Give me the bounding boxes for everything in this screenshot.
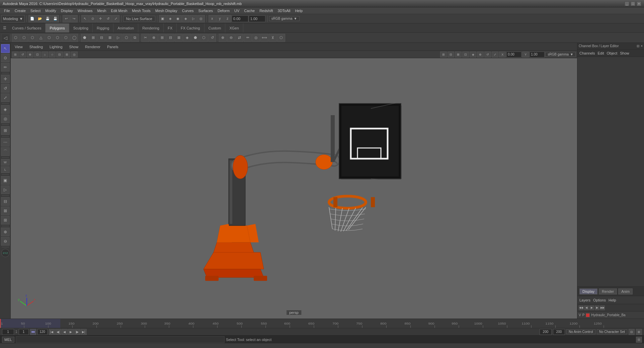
vp-icon4[interactable]: ⊡ bbox=[462, 52, 469, 58]
no-anim-control[interactable]: No Anim Control bbox=[566, 329, 595, 334]
menu-surfaces[interactable]: Surfaces bbox=[196, 8, 215, 13]
viewport-canvas[interactable]: persp x y z bbox=[11, 58, 577, 319]
edit-tab[interactable]: Edit bbox=[597, 51, 604, 55]
rp-float-button[interactable]: ⊟ bbox=[637, 44, 639, 48]
mel-label[interactable]: MEL bbox=[2, 337, 14, 343]
tab-animation[interactable]: Animation bbox=[113, 23, 138, 32]
universal-manip-tool[interactable]: ◈ bbox=[1, 105, 10, 114]
close-button[interactable]: × bbox=[637, 1, 641, 6]
vp-coord-y[interactable]: Y bbox=[522, 52, 529, 58]
display-tab[interactable]: Display bbox=[579, 288, 597, 294]
tool-extrude2[interactable]: ⬠ bbox=[123, 34, 131, 42]
render4-button[interactable]: ◈ bbox=[182, 15, 189, 22]
show-tab[interactable]: Show bbox=[620, 51, 629, 55]
tool-bevel2[interactable]: ⬡ bbox=[277, 34, 285, 42]
select-tool[interactable]: ↖ bbox=[1, 44, 10, 53]
vp-coord-x-val[interactable]: 0.00 bbox=[506, 52, 521, 58]
tool-crease[interactable]: ⊻ bbox=[269, 34, 277, 42]
open-file-button[interactable]: 📂 bbox=[36, 15, 44, 22]
tool-fill[interactable]: ⬡ bbox=[28, 34, 36, 42]
tool-combine[interactable]: ⬡ bbox=[54, 34, 62, 42]
render-tab[interactable]: Render bbox=[599, 288, 617, 294]
layer-v[interactable]: V bbox=[579, 313, 581, 317]
tool-settings[interactable]: ⊠ bbox=[1, 206, 10, 215]
vp-menu-view[interactable]: View bbox=[13, 44, 25, 50]
vp-gamma-display[interactable]: sRGB gamma ▼ bbox=[545, 52, 576, 57]
render5-button[interactable]: ▷ bbox=[190, 15, 197, 22]
attribute-editor-tool[interactable]: ⊟ bbox=[1, 197, 10, 206]
help-label[interactable]: Help bbox=[609, 298, 616, 302]
menu-mesh-display[interactable]: Mesh Display bbox=[153, 8, 179, 13]
quick-render-tool[interactable]: ▷ bbox=[1, 185, 10, 194]
coord-y-button[interactable]: y bbox=[216, 15, 224, 22]
playback-end-input[interactable]: 200 bbox=[540, 329, 552, 335]
render-region-tool[interactable]: ▣ bbox=[1, 176, 10, 185]
current-frame-input[interactable]: 1 bbox=[2, 329, 14, 335]
vp-menu-shading[interactable]: Shading bbox=[27, 44, 45, 50]
tool-offset[interactable]: ⊠ bbox=[106, 34, 114, 42]
tool-symmetry[interactable]: ⟺ bbox=[260, 34, 268, 42]
render3-button[interactable]: ◉ bbox=[174, 15, 182, 22]
menu-cache[interactable]: Cache bbox=[242, 8, 257, 13]
play-forward-button[interactable]: ▶ bbox=[68, 329, 74, 335]
tab-fx[interactable]: FX bbox=[164, 23, 177, 32]
vp-icon5[interactable]: ◈ bbox=[470, 52, 476, 58]
vp-menu-lighting[interactable]: Lighting bbox=[48, 44, 65, 50]
tool-soft-select[interactable]: ◎ bbox=[252, 34, 260, 42]
vp-coord-x[interactable]: X bbox=[499, 52, 506, 58]
layers-prev-arrow[interactable]: ◀◀ bbox=[579, 306, 583, 310]
menu-file[interactable]: File bbox=[2, 8, 12, 13]
tab-curves-surfaces[interactable]: Curves / Surfaces bbox=[8, 23, 46, 32]
rp-close-button[interactable]: × bbox=[641, 44, 643, 48]
pb-icon2[interactable]: ⊞ bbox=[636, 329, 642, 335]
lasso-tool[interactable]: ⊙ bbox=[1, 54, 10, 62]
menu-display[interactable]: Display bbox=[59, 8, 75, 13]
tool-grow[interactable]: ⊕ bbox=[219, 34, 227, 42]
tool-separate[interactable]: ⬡ bbox=[62, 34, 70, 42]
tool-wedge[interactable]: ▷ bbox=[114, 34, 122, 42]
tool-create-poly[interactable]: ⬡ bbox=[45, 34, 53, 42]
layer-p[interactable]: P bbox=[582, 313, 585, 317]
tool-flip[interactable]: ⬡ bbox=[200, 34, 208, 42]
tool-bridge[interactable]: ⬡ bbox=[20, 34, 28, 42]
cam-move-button[interactable]: ⊞ bbox=[12, 52, 19, 58]
vp-menu-renderer[interactable]: Renderer bbox=[83, 44, 102, 50]
playback-end2-input[interactable] bbox=[553, 329, 565, 335]
menu-select[interactable]: Select bbox=[28, 8, 43, 13]
tab-polygons[interactable]: Polygons bbox=[46, 23, 69, 32]
tool-append[interactable]: △ bbox=[37, 34, 45, 42]
save-file-button[interactable]: 💾 bbox=[44, 15, 51, 22]
vp-menu-panels[interactable]: Panels bbox=[105, 44, 120, 50]
menu-mesh[interactable]: Mesh bbox=[95, 8, 108, 13]
tool-bevel[interactable]: ⬟ bbox=[81, 34, 89, 42]
channel-box-tool[interactable]: ⊞ bbox=[1, 216, 10, 225]
tool-wedge2[interactable]: ⬟ bbox=[191, 34, 199, 42]
vp-icon8[interactable]: ⤢ bbox=[492, 52, 498, 58]
tool-poke[interactable]: ◈ bbox=[183, 34, 191, 42]
render6-button[interactable]: ◎ bbox=[197, 15, 205, 22]
tool-spin[interactable]: ↺ bbox=[208, 34, 216, 42]
layers-back-arrow[interactable]: ◀ bbox=[584, 306, 589, 310]
save-as-button[interactable]: 💾 bbox=[52, 15, 59, 22]
command-input[interactable] bbox=[16, 336, 225, 343]
scene-icon-tool2[interactable]: ⊖ bbox=[1, 237, 10, 246]
tool-collapse[interactable]: ⊟ bbox=[166, 34, 174, 42]
menu-windows[interactable]: Windows bbox=[76, 8, 95, 13]
tool-paint[interactable]: ✏ bbox=[244, 34, 252, 42]
coord-x-input[interactable]: 0.00 bbox=[232, 15, 248, 22]
menu-uv[interactable]: UV bbox=[232, 8, 241, 13]
select-tool-button[interactable]: ↖ bbox=[81, 15, 89, 22]
range-start-input[interactable]: 1 bbox=[19, 329, 29, 335]
cam-zoom-button[interactable]: ⊕ bbox=[27, 52, 33, 58]
step-forward-button[interactable]: |▶ bbox=[74, 329, 80, 335]
render-button[interactable]: ▣ bbox=[159, 15, 166, 22]
vp-icon2[interactable]: ⊟ bbox=[448, 52, 454, 58]
cam-grid-button[interactable]: ⊞ bbox=[64, 52, 70, 58]
channels-tab[interactable]: Channels bbox=[579, 51, 595, 55]
move-tool[interactable]: ✛ bbox=[1, 75, 10, 83]
no-live-surface-button[interactable]: No Live Surface bbox=[123, 16, 155, 22]
minimize-button[interactable]: _ bbox=[625, 1, 629, 6]
go-start-button[interactable]: |◀ bbox=[49, 329, 55, 335]
tool-edge-loop[interactable]: ⊞ bbox=[89, 34, 97, 42]
menu-deform[interactable]: Deform bbox=[216, 8, 232, 13]
